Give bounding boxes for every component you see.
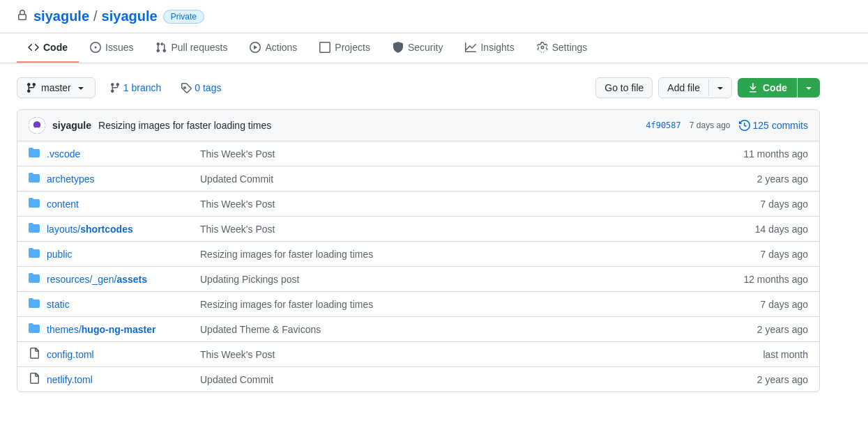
table-row: static Resizing images for faster loadin… xyxy=(17,292,819,317)
file-type-icon xyxy=(29,272,40,286)
commit-message: Resizing images for faster loading times xyxy=(98,120,639,131)
chevron-down-icon xyxy=(75,82,86,93)
code-dropdown-button[interactable] xyxy=(798,78,820,98)
file-time: 12 months ago xyxy=(717,274,808,285)
commit-link[interactable]: Updated Theme & Favicons xyxy=(200,324,321,335)
file-name-link[interactable]: resources/_gen/assets xyxy=(47,274,186,285)
add-file-label: Add file xyxy=(667,82,700,93)
file-commit-msg: This Week's Post xyxy=(186,148,717,160)
toolbar-right: Go to file Add file Code xyxy=(595,77,820,98)
download-icon xyxy=(747,82,759,93)
table-row: config.toml This Week's Post last month xyxy=(17,342,819,367)
tab-issues[interactable]: Issues xyxy=(79,33,144,63)
toolbar-left: master 1 branch 0 tags xyxy=(17,77,227,98)
commit-count[interactable]: 125 commits xyxy=(739,120,808,131)
file-name-link[interactable]: archetypes xyxy=(47,173,186,185)
table-row: netlify.toml Updated Commit 2 years ago xyxy=(17,367,819,391)
repo-owner[interactable]: siyagule xyxy=(33,8,89,24)
tab-code[interactable]: Code xyxy=(17,33,79,63)
commit-hash[interactable]: 4f90587 xyxy=(646,121,681,130)
file-commit-msg: Updated Commit xyxy=(186,173,717,185)
file-commit-msg: Resizing images for faster loading times xyxy=(186,299,717,310)
file-name-link[interactable]: config.toml xyxy=(47,349,186,360)
tab-insights[interactable]: Insights xyxy=(454,33,525,63)
lock-icon xyxy=(17,10,28,23)
file-type-icon xyxy=(29,373,40,386)
file-table: siyagule Resizing images for faster load… xyxy=(17,109,820,392)
repo-name[interactable]: siyagule xyxy=(102,8,158,24)
table-row: archetypes Updated Commit 2 years ago xyxy=(17,166,819,192)
file-time: last month xyxy=(717,349,808,360)
branch-count: 1 xyxy=(123,82,129,93)
file-type-icon xyxy=(29,348,40,361)
file-commit-msg: This Week's Post xyxy=(186,224,717,235)
file-rows: .vscode This Week's Post 11 months ago a… xyxy=(17,141,819,391)
tab-security[interactable]: Security xyxy=(381,33,455,63)
repo-title: siyagule / siyagule xyxy=(33,8,158,24)
repo-header: siyagule / siyagule Private xyxy=(0,0,868,33)
file-time: 2 years ago xyxy=(717,173,808,185)
file-commit-msg: Updating Pickings post xyxy=(186,274,717,285)
tag-count-link[interactable]: 0 tags xyxy=(175,79,227,96)
commit-link[interactable]: This Week's Post xyxy=(200,148,275,160)
tab-insights-label: Insights xyxy=(480,42,514,53)
file-type-icon xyxy=(29,172,40,185)
commit-link[interactable]: This Week's Post xyxy=(200,349,275,360)
branch-count-link[interactable]: 1 branch xyxy=(104,79,167,96)
commit-link[interactable]: Resizing images for faster loading times xyxy=(200,249,373,260)
toolbar: master 1 branch 0 tags Go to file Add fi… xyxy=(17,77,820,98)
commit-count-number: 125 xyxy=(753,120,769,131)
commit-link[interactable]: This Week's Post xyxy=(200,199,275,210)
file-commit-msg: Updated Commit xyxy=(186,374,717,385)
tab-settings-label: Settings xyxy=(552,42,588,53)
chevron-down-icon xyxy=(803,82,814,93)
file-name-link[interactable]: .vscode xyxy=(47,148,186,160)
file-name-link[interactable]: layouts/shortcodes xyxy=(47,224,186,235)
file-type-icon xyxy=(29,247,40,261)
tab-issues-label: Issues xyxy=(105,42,133,53)
table-row: content This Week's Post 7 days ago xyxy=(17,192,819,217)
tab-pull-requests[interactable]: Pull requests xyxy=(144,33,238,63)
file-name-link[interactable]: public xyxy=(47,249,186,260)
chevron-down-icon xyxy=(715,82,726,93)
private-badge: Private xyxy=(163,10,204,24)
file-name-link[interactable]: netlify.toml xyxy=(47,374,186,385)
table-row: layouts/shortcodes This Week's Post 14 d… xyxy=(17,217,819,242)
code-btn-group: Code xyxy=(738,78,820,98)
tab-settings[interactable]: Settings xyxy=(526,33,599,63)
code-button[interactable]: Code xyxy=(738,78,797,98)
add-file-dropdown-button[interactable] xyxy=(709,78,731,98)
repo-separator: / xyxy=(93,8,98,24)
tab-pull-requests-label: Pull requests xyxy=(171,42,227,53)
file-type-icon xyxy=(29,147,40,160)
commit-link[interactable]: Updated Commit xyxy=(200,374,273,385)
file-type-icon xyxy=(29,323,40,336)
file-name-link[interactable]: content xyxy=(47,199,186,210)
file-name-link[interactable]: themes/hugo-ng-master xyxy=(47,324,186,335)
branch-button[interactable]: master xyxy=(17,77,96,98)
code-label: Code xyxy=(763,82,787,93)
commit-author[interactable]: siyagule xyxy=(52,120,91,131)
main-content: master 1 branch 0 tags Go to file Add fi… xyxy=(0,63,837,406)
commit-link[interactable]: Updated Commit xyxy=(200,173,273,185)
add-file-button[interactable]: Add file xyxy=(659,78,708,98)
tag-text: tags xyxy=(203,82,221,93)
history-icon xyxy=(739,120,750,131)
file-name-link[interactable]: static xyxy=(47,299,186,310)
go-to-file-button[interactable]: Go to file xyxy=(595,77,653,98)
add-file-btn-group: Add file xyxy=(658,77,732,98)
tab-projects[interactable]: Projects xyxy=(308,33,381,63)
file-time: 2 years ago xyxy=(717,374,808,385)
tab-code-label: Code xyxy=(43,42,68,53)
file-time: 11 months ago xyxy=(717,148,808,160)
nav-tabs: Code Issues Pull requests Actions Projec… xyxy=(0,33,868,63)
commit-bar: siyagule Resizing images for faster load… xyxy=(17,110,819,141)
tab-actions[interactable]: Actions xyxy=(238,33,308,63)
file-time: 2 years ago xyxy=(717,324,808,335)
commit-link[interactable]: This Week's Post xyxy=(200,224,275,235)
commit-link[interactable]: Resizing images for faster loading times xyxy=(200,299,373,310)
table-row: public Resizing images for faster loadin… xyxy=(17,242,819,267)
commit-link[interactable]: Updating Pickings post xyxy=(200,274,299,285)
file-time: 7 days ago xyxy=(717,199,808,210)
file-time: 14 days ago xyxy=(717,224,808,235)
